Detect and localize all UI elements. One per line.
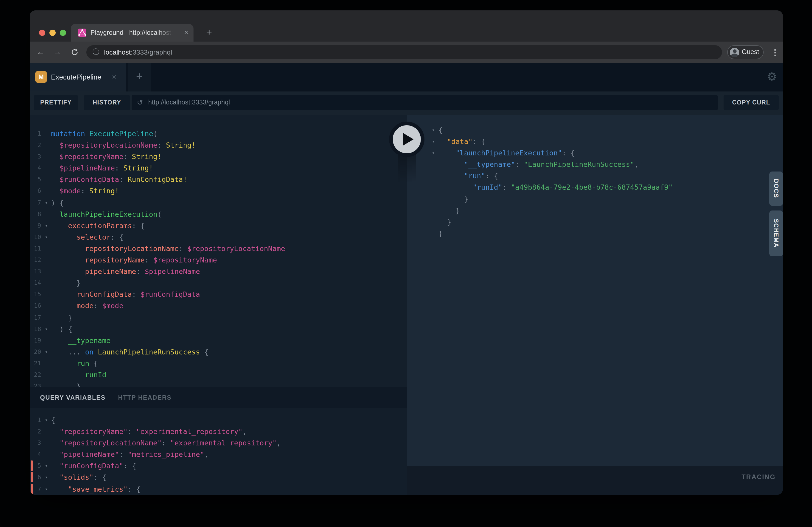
fold-arrow-icon[interactable]: ▾: [43, 460, 49, 472]
session-tab-close-icon[interactable]: ×: [112, 63, 117, 91]
browser-toolbar: ← → ⓘ localhost:3333/graphql Guest ⋮: [30, 42, 783, 63]
traffic-light-minimize[interactable]: [49, 30, 56, 36]
line-number: 11: [30, 243, 41, 254]
code-line[interactable]: 5 $runConfigData: RunConfigData!: [30, 174, 407, 185]
tab-http-headers[interactable]: HTTP HEADERS: [118, 387, 171, 408]
history-button[interactable]: HISTORY: [84, 95, 130, 110]
code-line[interactable]: 7▾ "save_metrics": {: [30, 483, 407, 495]
fold-arrow-icon[interactable]: ▾: [430, 136, 436, 147]
fold-arrow-icon[interactable]: ▾: [43, 231, 49, 243]
code-line: }: [407, 205, 783, 216]
code-line[interactable]: 2 "repositoryName": "experimental_reposi…: [30, 426, 407, 437]
line-number: 6: [30, 185, 41, 197]
code-line[interactable]: 18▾ ) {: [30, 323, 407, 334]
line-number: 13: [30, 266, 41, 277]
code-line[interactable]: 8 launchPipelineExecution(: [30, 208, 407, 220]
code-line[interactable]: 4 $pipelineName: String!: [30, 162, 407, 174]
code-line[interactable]: 6 $mode: String!: [30, 185, 407, 197]
code-line[interactable]: 17 }: [30, 312, 407, 323]
fold-arrow-icon[interactable]: ▾: [43, 414, 49, 426]
line-number: 6: [30, 472, 41, 483]
code-line[interactable]: 15 runConfigData: $runConfigData: [30, 289, 407, 300]
code-line[interactable]: 9▾ executionParams: {: [30, 220, 407, 231]
new-tab-button[interactable]: +: [201, 24, 217, 42]
code-line[interactable]: 6▾ "solids": {: [30, 472, 407, 483]
copy-curl-button[interactable]: COPY CURL: [724, 95, 779, 110]
line-number: 3: [30, 437, 41, 449]
endpoint-input[interactable]: ↺ http://localhost:3333/graphql: [132, 95, 718, 110]
bottom-panel-tabs: QUERY VARIABLES HTTP HEADERS: [30, 387, 407, 408]
code-line[interactable]: 10▾ selector: {: [30, 231, 407, 243]
response-panel: ▾{▾ "data": {▾ "launchPipelineExecution"…: [407, 115, 783, 466]
query-variables-editor[interactable]: 1▾{2 "repositoryName": "experimental_rep…: [30, 408, 407, 495]
graphql-playground: M ExecutePipeline × + ⚙ PRETTIFY HISTORY…: [30, 63, 783, 495]
fold-arrow-icon[interactable]: ▾: [430, 124, 436, 136]
fold-arrow-icon[interactable]: ▾: [43, 483, 49, 495]
site-info-icon[interactable]: ⓘ: [92, 45, 99, 59]
fold-arrow-icon[interactable]: ▾: [43, 472, 49, 483]
session-tab-executepipeline[interactable]: M ExecutePipeline ×: [30, 63, 126, 91]
settings-gear-icon[interactable]: ⚙: [760, 63, 783, 91]
code-line: ▾{: [407, 124, 783, 136]
docs-side-tab[interactable]: DOCS: [769, 171, 783, 206]
code-line[interactable]: 16 mode: $mode: [30, 300, 407, 312]
endpoint-url: http://localhost:3333/graphql: [148, 95, 230, 110]
code-line[interactable]: 23 }: [30, 380, 407, 387]
code-line: "run": {: [407, 170, 783, 182]
line-number: 7: [30, 483, 41, 495]
line-number: 5: [30, 460, 41, 472]
tab-query-variables[interactable]: QUERY VARIABLES: [40, 387, 106, 408]
code-line[interactable]: 7▾) {: [30, 197, 407, 208]
fold-arrow-icon[interactable]: ▾: [430, 147, 436, 159]
graphql-favicon-icon: [78, 29, 86, 37]
fold-arrow-icon[interactable]: ▾: [43, 197, 49, 208]
fold-arrow-icon[interactable]: ▾: [43, 346, 49, 358]
reload-icon[interactable]: [68, 42, 81, 63]
code-line[interactable]: 1▾{: [30, 414, 407, 426]
line-number: 2: [30, 426, 41, 437]
code-line[interactable]: 3 "repositoryLocationName": "experimenta…: [30, 437, 407, 449]
screen: Playground - http://localhost:3 × + ← → …: [0, 0, 812, 527]
code-line[interactable]: 3 $repositoryName: String!: [30, 151, 407, 162]
query-editor[interactable]: 1mutation ExecutePipeline(2 $repositoryL…: [30, 115, 407, 387]
line-number: 10: [30, 231, 41, 243]
code-line[interactable]: 5▾ "runConfigData": {: [30, 460, 407, 472]
line-number: 3: [30, 151, 41, 162]
code-line[interactable]: 4 "pipelineName": "metrics_pipeline",: [30, 449, 407, 460]
url-text: localhost:3333/graphql: [104, 45, 172, 59]
schema-side-tab[interactable]: SCHEMA: [769, 210, 783, 256]
code-line[interactable]: 13 pipelineName: $pipelineName: [30, 266, 407, 277]
line-number: 16: [30, 300, 41, 312]
traffic-light-close[interactable]: [39, 30, 45, 36]
code-line: ▾ "data": {: [407, 136, 783, 147]
code-line[interactable]: 22 runId: [30, 369, 407, 380]
code-line[interactable]: 12 repositoryName: $repositoryName: [30, 254, 407, 266]
profile-button[interactable]: Guest: [727, 45, 764, 59]
code-line[interactable]: 11 repositoryLocationName: $repositoryLo…: [30, 243, 407, 254]
back-icon[interactable]: ←: [34, 42, 47, 63]
new-session-button[interactable]: +: [128, 63, 151, 91]
fold-arrow-icon[interactable]: ▾: [43, 220, 49, 231]
browser-menu-icon[interactable]: ⋮: [771, 45, 779, 59]
address-bar[interactable]: ⓘ localhost:3333/graphql: [86, 45, 722, 59]
line-number: 4: [30, 162, 41, 174]
code-line[interactable]: 21 run {: [30, 358, 407, 369]
line-number: 23: [30, 380, 41, 387]
fold-arrow-icon[interactable]: ▾: [43, 323, 49, 334]
line-number: 18: [30, 323, 41, 334]
code-line[interactable]: 19 __typename: [30, 334, 407, 346]
code-line[interactable]: 14 }: [30, 277, 407, 288]
session-tabbar: M ExecutePipeline × + ⚙: [30, 63, 783, 91]
code-line[interactable]: 1mutation ExecutePipeline(: [30, 128, 407, 139]
browser-tab-active[interactable]: Playground - http://localhost:3 ×: [71, 24, 193, 42]
line-number: 7: [30, 197, 41, 208]
response-footer: TRACING: [407, 466, 783, 495]
prettify-button[interactable]: PRETTIFY: [34, 95, 78, 110]
tracing-label[interactable]: TRACING: [741, 473, 775, 481]
code-line[interactable]: 20▾ ... on LaunchPipelineRunSuccess {: [30, 346, 407, 358]
line-number: 1: [30, 414, 41, 426]
tab-close-icon[interactable]: ×: [184, 24, 188, 42]
traffic-light-zoom[interactable]: [60, 30, 66, 36]
code-line[interactable]: 2 $repositoryLocationName: String!: [30, 139, 407, 151]
forward-icon[interactable]: →: [51, 42, 63, 63]
